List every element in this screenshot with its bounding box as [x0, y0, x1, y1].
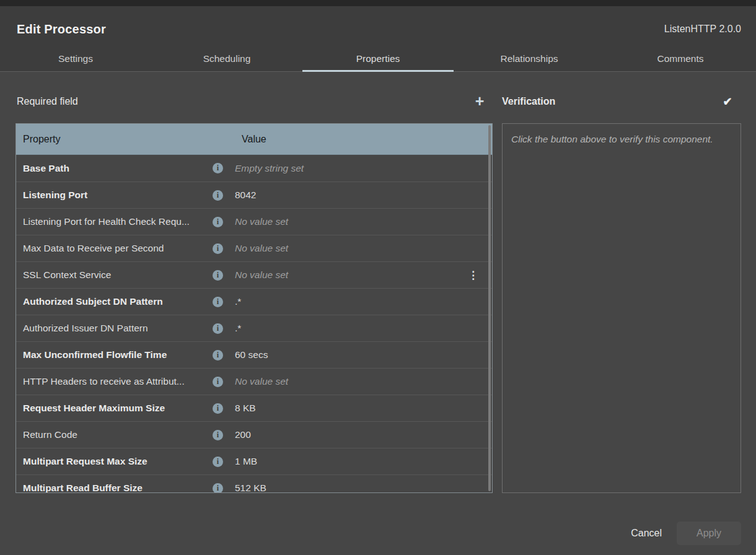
property-name: Authorized Issuer DN Pattern	[16, 323, 213, 334]
property-value[interactable]: No value set	[235, 376, 492, 387]
property-value[interactable]: Empty string set	[235, 163, 492, 174]
property-value[interactable]: No value set	[235, 243, 492, 254]
property-name: Return Code	[16, 429, 213, 440]
property-value[interactable]: .*	[235, 296, 492, 307]
property-name: Max Unconfirmed Flowfile Time	[16, 349, 213, 361]
property-value[interactable]: 1 MB	[235, 456, 492, 467]
table-row[interactable]: Listening Porti8042	[16, 181, 492, 208]
info-icon[interactable]: i	[213, 430, 223, 440]
verification-heading: Verification	[502, 93, 555, 110]
property-value[interactable]: 60 secs	[235, 349, 492, 361]
property-value[interactable]: .*	[235, 323, 492, 334]
info-icon[interactable]: i	[213, 403, 223, 414]
table-body: Base PathiEmpty string setListening Port…	[16, 155, 492, 493]
property-name: Multipart Request Max Size	[16, 456, 213, 467]
verification-results-panel: Click the button above to verify this co…	[502, 123, 741, 493]
info-icon[interactable]: i	[213, 270, 223, 281]
required-field-heading: Required field	[17, 93, 78, 110]
info-icon[interactable]: i	[213, 163, 223, 173]
table-row[interactable]: Listening Port for Health Check Requ...i…	[16, 208, 492, 235]
apply-button[interactable]: Apply	[677, 522, 741, 545]
table-row[interactable]: Authorized Issuer DN Patterni.*	[16, 315, 492, 341]
check-icon: ✔	[723, 95, 732, 108]
property-value[interactable]: No value set	[235, 269, 492, 281]
table-header-row: Property Value	[16, 124, 492, 155]
edit-processor-dialog: Edit Processor ListenHTTP 2.0.0 Settings…	[0, 6, 756, 555]
tab-properties[interactable]: Properties	[302, 46, 454, 71]
add-property-button[interactable]: +	[471, 93, 488, 110]
dialog-header: Edit Processor ListenHTTP 2.0.0 Settings…	[0, 6, 756, 72]
verification-hint-text: Click the button above to verify this co…	[511, 132, 732, 147]
tab-comments[interactable]: Comments	[605, 46, 756, 71]
property-name: Base Path	[16, 163, 213, 174]
table-row[interactable]: Max Data to Receive per SecondiNo value …	[16, 235, 492, 261]
table-row[interactable]: Base PathiEmpty string set	[16, 155, 492, 181]
table-row[interactable]: HTTP Headers to receive as Attribut...iN…	[16, 368, 492, 395]
table-row[interactable]: Multipart Request Max Sizei1 MB	[16, 448, 492, 474]
property-value[interactable]: 512 KB	[235, 483, 492, 493]
property-name: Listening Port for Health Check Requ...	[16, 216, 213, 227]
property-name: Max Data to Receive per Second	[16, 243, 213, 254]
dialog-title: Edit Processor	[17, 22, 106, 37]
dialog-footer: Cancel Apply	[631, 522, 741, 545]
table-row[interactable]: Max Unconfirmed Flowfile Timei60 secs	[16, 341, 492, 368]
property-name: Listening Port	[16, 190, 213, 201]
table-row[interactable]: Multipart Read Buffer Sizei512 KB	[16, 474, 492, 493]
info-icon[interactable]: i	[213, 297, 223, 307]
tab-bar: SettingsSchedulingPropertiesRelationship…	[0, 46, 756, 71]
table-scrollbar[interactable]	[488, 125, 491, 491]
info-icon[interactable]: i	[213, 323, 223, 334]
info-icon[interactable]: i	[213, 457, 223, 467]
info-icon[interactable]: i	[213, 483, 223, 494]
property-value[interactable]: 200	[235, 429, 492, 440]
property-name: HTTP Headers to receive as Attribut...	[16, 376, 213, 387]
property-name: Request Header Maximum Size	[16, 403, 213, 414]
tab-scheduling[interactable]: Scheduling	[151, 46, 302, 71]
tab-relationships[interactable]: Relationships	[454, 46, 605, 71]
property-name: Multipart Read Buffer Size	[16, 483, 213, 493]
property-value[interactable]: 8042	[235, 190, 492, 201]
property-value[interactable]: No value set	[235, 216, 492, 227]
property-name: SSL Context Service	[16, 269, 213, 281]
properties-table: Property Value Base PathiEmpty string se…	[15, 123, 493, 493]
tab-settings[interactable]: Settings	[0, 46, 151, 71]
property-name: Authorized Subject DN Pattern	[16, 296, 213, 307]
column-header-property: Property	[16, 134, 230, 145]
table-row[interactable]: Return Codei200	[16, 421, 492, 448]
info-icon[interactable]: i	[213, 190, 223, 201]
info-icon[interactable]: i	[213, 243, 223, 254]
component-version: ListenHTTP 2.0.0	[664, 24, 741, 35]
property-value[interactable]: 8 KB	[235, 403, 492, 414]
info-icon[interactable]: i	[213, 377, 223, 387]
verify-button[interactable]: ✔	[719, 93, 736, 110]
table-row[interactable]: SSL Context ServiceiNo value set⋮	[16, 261, 492, 288]
column-header-value: Value	[230, 134, 492, 145]
kebab-vertical-icon[interactable]: ⋮	[468, 262, 478, 289]
table-row[interactable]: Request Header Maximum Sizei8 KB	[16, 395, 492, 421]
info-icon[interactable]: i	[213, 217, 223, 227]
table-row[interactable]: Authorized Subject DN Patterni.*	[16, 288, 492, 315]
cancel-button[interactable]: Cancel	[631, 528, 662, 539]
info-icon[interactable]: i	[213, 350, 223, 361]
plus-icon: +	[475, 94, 485, 109]
